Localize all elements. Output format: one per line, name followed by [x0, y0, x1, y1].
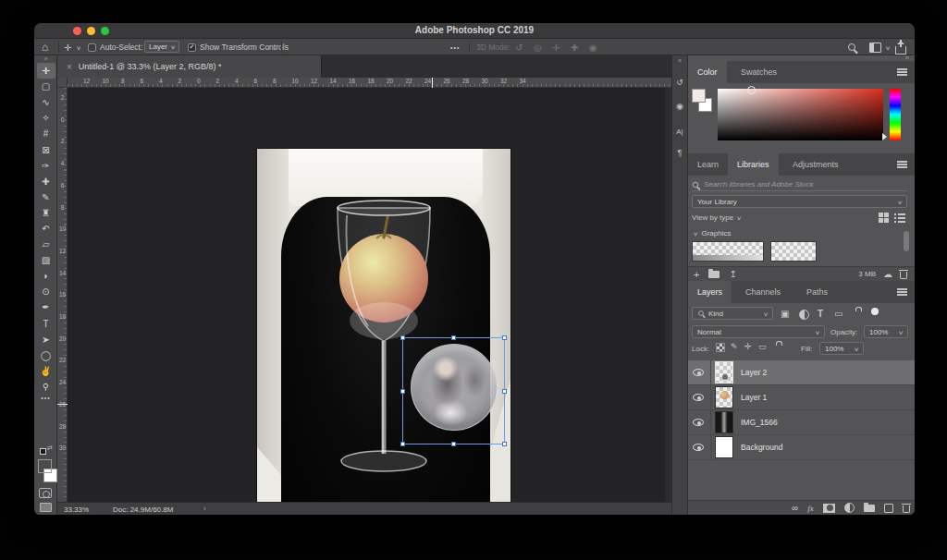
move-options-chevron-icon[interactable]: ∨ [76, 39, 81, 55]
move-tool[interactable]: ✛ [37, 63, 55, 79]
list-view-icon[interactable] [894, 213, 905, 223]
close-tab-icon[interactable]: × [67, 62, 72, 72]
document-tab[interactable]: × Untitled-1 @ 33.3% (Layer 2, RGB/8) * [57, 55, 322, 78]
zoom-tool[interactable]: ⚲ [37, 379, 55, 395]
share-icon[interactable] [895, 46, 906, 55]
layer-thumbnail[interactable] [715, 361, 733, 383]
swap-colors-icon[interactable]: ⇄ [47, 444, 53, 452]
fill-field[interactable]: 100% ∨ [819, 342, 864, 355]
libraries-panel-menu-icon[interactable] [897, 161, 907, 168]
status-chevron-icon[interactable]: › [203, 505, 206, 513]
vertical-scrollbar[interactable] [665, 88, 671, 502]
new-group-folder-icon[interactable] [708, 271, 719, 278]
type-tool[interactable]: T [37, 316, 55, 332]
dodge-tool[interactable]: ⊙ [37, 284, 55, 299]
crop-tool[interactable]: # [37, 126, 55, 141]
transform-handle-e[interactable] [502, 389, 507, 394]
auto-select-target-dropdown[interactable]: Layer ∨ [144, 41, 179, 53]
layer-row-layer2[interactable]: Layer 2 [688, 360, 915, 385]
transform-handle-se[interactable] [502, 442, 507, 446]
eyedropper-tool[interactable]: ✑ [37, 158, 55, 174]
tab-color[interactable]: Color [688, 61, 727, 83]
blur-tool[interactable]: ◗ [37, 268, 55, 284]
delete-asset-icon[interactable] [900, 272, 907, 279]
transform-handle-n[interactable] [451, 335, 456, 340]
toolbar-collapse-icon[interactable]: » [35, 55, 56, 63]
home-icon[interactable]: ⌂ [42, 39, 48, 55]
color-panel-menu-icon[interactable] [897, 68, 907, 76]
tab-learn[interactable]: Learn [688, 153, 728, 176]
layer-row-img1566[interactable]: IMG_1566 [688, 410, 915, 435]
layer-thumbnail[interactable] [715, 386, 733, 408]
upload-icon[interactable]: ↥ [729, 269, 736, 279]
expand-panels-icon[interactable]: « [672, 57, 687, 64]
lock-transparency-icon[interactable] [716, 343, 725, 352]
link-layers-icon[interactable]: ∞ [792, 503, 798, 513]
more-options-icon[interactable]: ••• [450, 39, 460, 55]
layer-effects-icon[interactable]: fx [807, 504, 814, 513]
new-layer-icon[interactable] [884, 504, 893, 513]
paragraph-panel-icon[interactable]: ¶ [672, 148, 687, 157]
transform-bounding-box[interactable] [402, 337, 505, 444]
transform-handle-sw[interactable] [400, 442, 405, 446]
transform-handle-w[interactable] [400, 389, 405, 394]
grid-view-icon[interactable] [879, 213, 889, 223]
tab-adjustments[interactable]: Adjustments [783, 153, 848, 176]
library-select-dropdown[interactable]: Your Library ∨ [692, 195, 907, 208]
tab-swatches[interactable]: Swatches [732, 61, 786, 83]
edit-toolbar-icon[interactable]: ••• [35, 395, 56, 401]
canvas[interactable] [68, 88, 671, 502]
library-asset-thumbnail[interactable] [692, 241, 764, 262]
brush-tool[interactable]: ✎ [37, 189, 55, 205]
visibility-eye-icon[interactable] [693, 419, 704, 426]
add-mask-icon[interactable] [823, 504, 835, 513]
tab-channels[interactable]: Channels [736, 281, 790, 303]
layer-thumbnail[interactable] [715, 411, 733, 433]
transform-handle-s[interactable] [451, 442, 456, 446]
pen-tool[interactable]: ✒ [37, 299, 55, 315]
visibility-eye-icon[interactable] [693, 394, 704, 401]
foreground-color-swatch[interactable] [38, 459, 52, 473]
color-foreground-swatch[interactable] [692, 89, 706, 103]
screen-mode-icon[interactable] [40, 503, 52, 512]
library-asset-thumbnail[interactable] [770, 241, 817, 262]
zoom-level-field[interactable]: 33.33% [64, 505, 89, 514]
quick-mask-icon[interactable] [39, 488, 52, 498]
collapse-panels-icon[interactable]: » [905, 55, 909, 61]
layer-thumbnail[interactable] [715, 436, 733, 458]
new-group-icon[interactable] [864, 505, 875, 512]
marquee-tool[interactable]: ▢ [37, 79, 55, 94]
gradient-tool[interactable]: ▨ [37, 252, 55, 268]
opacity-field[interactable]: 100% ∨ [864, 325, 908, 338]
search-icon[interactable] [848, 43, 855, 51]
filter-adjustment-icon[interactable] [799, 310, 809, 320]
filter-type-icon[interactable]: T [818, 309, 823, 319]
view-by-type-control[interactable]: View by type ∨ [692, 213, 742, 222]
layers-panel-menu-icon[interactable] [897, 288, 907, 296]
hand-tool[interactable]: ✌ [37, 363, 55, 379]
tab-layers[interactable]: Layers [688, 281, 732, 303]
lock-position-icon[interactable]: ✛ [744, 342, 752, 351]
delete-layer-icon[interactable] [903, 505, 910, 513]
character-panel-icon[interactable]: A| [672, 128, 687, 136]
default-colors-icon[interactable] [40, 448, 46, 455]
layer-row-layer1[interactable]: Layer 1 [688, 385, 915, 410]
tab-paths[interactable]: Paths [797, 281, 837, 303]
workspace-chevron-icon[interactable]: ∨ [885, 39, 891, 55]
ellipse-tool[interactable]: ◯ [37, 347, 55, 363]
properties-panel-icon[interactable]: ◉ [672, 102, 687, 111]
auto-select-checkbox[interactable] [88, 43, 96, 52]
filter-toggle-icon[interactable] [871, 308, 879, 315]
tab-libraries[interactable]: Libraries [728, 153, 779, 176]
lock-artboard-icon[interactable]: ▭ [758, 342, 767, 351]
visibility-eye-icon[interactable] [693, 369, 704, 376]
layer-filter-kind-dropdown[interactable]: Kind ∨ [692, 307, 773, 320]
libraries-scrollbar[interactable] [904, 231, 909, 251]
clone-stamp-tool[interactable]: ♜ [37, 205, 55, 221]
cloud-sync-icon[interactable]: ☁ [883, 269, 892, 279]
healing-brush-tool[interactable]: ✚ [37, 174, 55, 189]
graphics-section-header[interactable]: ∨ Graphics [694, 229, 731, 237]
layer-row-background[interactable]: Background [688, 435, 915, 460]
adjustment-layer-icon[interactable] [844, 503, 855, 513]
color-saturation-field[interactable] [718, 89, 883, 140]
